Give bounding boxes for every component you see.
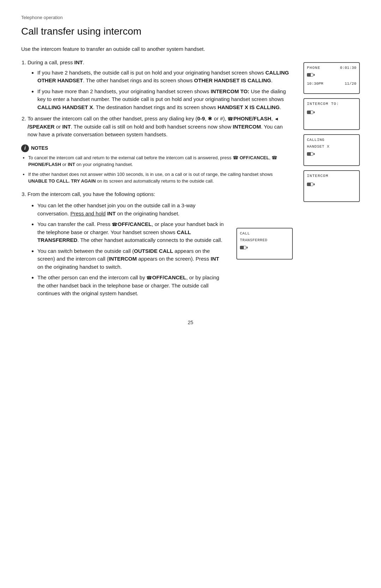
battery-icon-1 — [307, 73, 313, 77]
screen-intercom-to: INTERCOM TO: — [303, 98, 360, 130]
screen-phone-time: 0:01:30 — [340, 65, 356, 71]
battery-icon-4 — [307, 183, 313, 186]
screen-phone-header-row: PHONE 0:01:30 — [307, 65, 356, 71]
page-title: Call transfer using intercom — [21, 24, 360, 39]
step-1-text: During a call, press INT. — [28, 59, 84, 65]
step-1: During a call, press INT. If you have 2 … — [28, 59, 293, 111]
note-1: To cancel the intercom call and return t… — [28, 154, 293, 168]
step-3: From the intercom call, you have the fol… — [28, 190, 293, 301]
off-cancel-icon-3: ☎ — [146, 274, 152, 281]
screen-phone-date2: 11/20 — [345, 81, 356, 87]
step-3-bullet-4: The other person can end the intercom ca… — [37, 274, 226, 298]
screen-calling-line1: CALLING — [307, 137, 356, 143]
steps-text-col: During a call, press INT. If you have 2 … — [21, 59, 293, 305]
screen-intercom-to-label: INTERCOM TO: — [307, 101, 356, 107]
off-cancel-icon-2: ☎ — [112, 221, 117, 228]
notes-section: i NOTES To cancel the intercom call and … — [21, 144, 293, 185]
phone-icon-inline: ☎ — [228, 115, 233, 123]
intro-text: Use the intercom feature to transfer an … — [21, 45, 360, 53]
step-2: To answer the intercom call on the other… — [28, 115, 293, 139]
battery-icon-5 — [240, 246, 246, 249]
note-icon: i — [21, 144, 29, 152]
phone-flash-icon: ☎ — [272, 154, 277, 161]
battery-icon-2 — [307, 111, 313, 114]
step-3-bullet-3: You can switch between the outside call … — [37, 247, 226, 271]
step-2-text: To answer the intercom call on the other… — [28, 115, 283, 137]
step-1-bullet-1: If you have 2 handsets, the outside call… — [37, 69, 293, 85]
notes-list: To cancel the intercom call and return t… — [21, 154, 293, 185]
battery-icon-3 — [307, 152, 313, 156]
breadcrumb: Telephone operation — [21, 14, 360, 21]
step-3-bullet-1: You can let the other handset join you o… — [37, 202, 226, 218]
screen-transferred-line1: CALL — [240, 231, 289, 237]
step-3-intro: From the intercom call, you have the fol… — [28, 191, 155, 197]
screen-call-transferred: CALL TRANSFERRED — [236, 228, 293, 260]
screen-phone-date-row: 10:30PM 11/20 — [307, 81, 356, 87]
screen-transferred-line2: TRANSFERRED — [240, 237, 289, 243]
screen-col-top: PHONE 0:01:30 10:30PM 11/20 INTERCOM TO:… — [303, 62, 360, 202]
notes-label: NOTES — [31, 144, 48, 152]
notes-header: i NOTES — [21, 144, 293, 152]
step-3-bullets: You can let the other handset join you o… — [28, 200, 226, 301]
speaker-icon-inline: ◄ — [274, 115, 279, 123]
step-3-bullet-2: You can transfer the call. Press ☎OFF/CA… — [37, 220, 226, 244]
screen-calling-line2: HANDSET X — [307, 144, 356, 150]
screen-intercom-label: INTERCOM — [307, 173, 356, 179]
step-3-screen-col: CALL TRANSFERRED — [236, 200, 293, 260]
off-cancel-icon-1: ☎ — [233, 154, 238, 161]
note-2: If the other handset does not answer wit… — [28, 171, 293, 185]
screen-phone: PHONE 0:01:30 10:30PM 11/20 — [303, 62, 360, 94]
screen-phone-title: PHONE — [307, 65, 320, 71]
screen-intercom: INTERCOM — [303, 170, 360, 202]
screen-phone-date: 10:30PM — [307, 81, 323, 87]
screen-calling-handset: CALLING HANDSET X — [303, 134, 360, 166]
step-1-bullet-2: If you have more than 2 handsets, your o… — [37, 88, 293, 112]
page-number: 25 — [21, 319, 360, 326]
